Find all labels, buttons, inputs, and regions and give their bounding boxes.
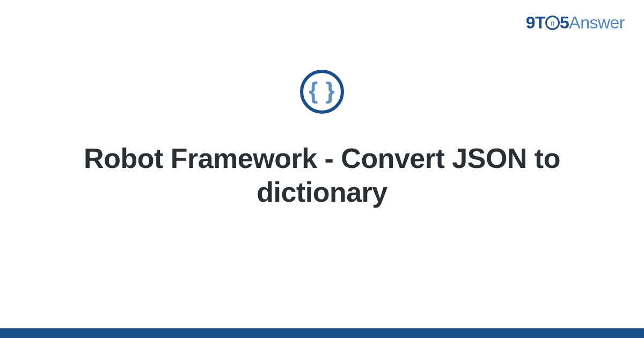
logo-text-answer: Answer [569, 13, 625, 32]
main-content: { } Robot Framework - Convert JSON to di… [0, 70, 644, 210]
page-title: Robot Framework - Convert JSON to dictio… [40, 142, 604, 210]
site-logo: 9T()5Answer [526, 13, 625, 33]
logo-text-9t: 9T [526, 13, 545, 32]
braces-icon: { } [309, 79, 335, 102]
logo-o-icon: () [545, 13, 560, 33]
tag-badge-icon: { } [300, 70, 344, 114]
bottom-accent-bar [0, 328, 644, 338]
logo-o-inner-glyph: () [551, 20, 554, 26]
logo-text-5: 5 [560, 13, 569, 32]
